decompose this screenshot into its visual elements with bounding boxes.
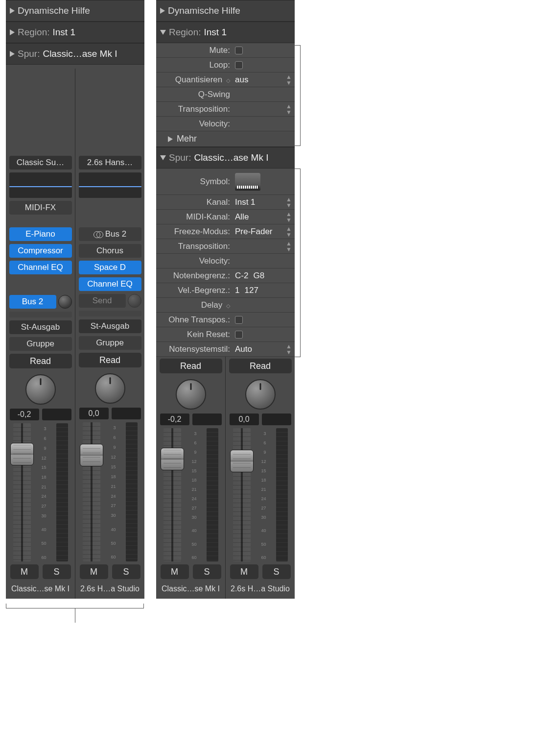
insert-slot[interactable]: Compressor xyxy=(9,244,72,258)
param-row-kanal[interactable]: Kanal: Inst 1 xyxy=(156,195,295,210)
help-header[interactable]: Dynamische Hilfe xyxy=(156,0,295,22)
region-header[interactable]: Region: Inst 1 xyxy=(6,22,144,43)
solo-button[interactable]: S xyxy=(112,564,140,579)
param-row-freeze[interactable]: Freeze-Modus: Pre-Fader xyxy=(156,224,295,239)
volume-fader[interactable] xyxy=(13,423,31,561)
volume-fader[interactable] xyxy=(233,428,251,561)
pan-knob[interactable] xyxy=(25,374,56,405)
piano-icon[interactable] xyxy=(235,173,260,191)
param-row-delay[interactable]: Delay ◇ xyxy=(156,298,295,313)
fader-cap[interactable] xyxy=(230,450,254,472)
solo-button[interactable]: S xyxy=(262,564,291,579)
solo-button[interactable]: S xyxy=(193,564,221,579)
stepper-icon[interactable] xyxy=(286,226,292,238)
peak-readout[interactable] xyxy=(192,413,222,425)
checkbox[interactable] xyxy=(235,316,243,324)
output-slot[interactable]: St-Ausgab xyxy=(9,320,72,334)
param-row-vel-limit[interactable]: Vel.-Begrenz.: 1 127 xyxy=(156,283,295,298)
pan-knob[interactable] xyxy=(176,379,206,410)
peak-readout[interactable] xyxy=(112,408,141,419)
param-value-low[interactable]: 1 xyxy=(235,286,239,295)
track-header[interactable]: Spur: Classic…ase Mk I xyxy=(156,147,295,169)
help-header[interactable]: Dynamische Hilfe xyxy=(6,0,144,22)
param-value-high[interactable]: G8 xyxy=(253,271,264,281)
eq-thumbnail[interactable] xyxy=(9,172,72,198)
aux-input-slot[interactable]: Bus 2 xyxy=(79,227,141,241)
param-row-mute[interactable]: Mute: xyxy=(156,43,295,58)
gain-readout[interactable]: -0,2 xyxy=(160,413,189,425)
setting-slot[interactable]: 2.6s Hans… xyxy=(79,156,141,170)
param-row-velocity[interactable]: Velocity: xyxy=(156,254,295,268)
stepper-icon[interactable] xyxy=(286,103,292,115)
region-header[interactable]: Region: Inst 1 xyxy=(156,22,295,43)
fader-cap[interactable] xyxy=(10,443,34,465)
param-label: Ohne Transpos.: xyxy=(156,315,232,325)
help-label: Dynamische Hilfe xyxy=(18,5,90,16)
level-meter xyxy=(207,428,218,561)
track-header[interactable]: Spur: Classic…ase Mk I xyxy=(6,43,144,65)
send-level-knob[interactable] xyxy=(58,295,72,309)
fader-cap[interactable] xyxy=(80,444,103,466)
gain-readout[interactable]: 0,0 xyxy=(79,408,109,419)
automation-mode-button[interactable]: Read xyxy=(9,354,72,368)
gain-readout[interactable]: 0,0 xyxy=(230,413,259,425)
insert-slot[interactable]: Chorus xyxy=(79,244,141,258)
param-row-staff-style[interactable]: Notensystemstil: Auto xyxy=(156,342,295,357)
stepper-icon[interactable] xyxy=(286,343,292,355)
send-level-knob[interactable] xyxy=(128,294,141,308)
checkbox[interactable] xyxy=(235,47,243,54)
expand-icon xyxy=(10,8,15,14)
instrument-slot[interactable]: E-Piano xyxy=(9,227,72,241)
insert-slot[interactable]: Channel EQ xyxy=(79,277,141,291)
param-row-velocity[interactable]: Velocity: xyxy=(156,117,295,131)
volume-fader[interactable] xyxy=(163,428,181,561)
peak-readout[interactable] xyxy=(42,409,71,420)
volume-fader[interactable] xyxy=(83,422,100,561)
send-slot[interactable]: Bus 2 xyxy=(9,295,56,309)
send-empty[interactable] xyxy=(79,311,141,316)
pan-knob[interactable] xyxy=(245,379,276,410)
param-row-midi-kanal[interactable]: MIDI-Kanal: Alle xyxy=(156,210,295,224)
stepper-icon[interactable] xyxy=(286,211,292,223)
checkbox[interactable] xyxy=(235,331,243,339)
midifx-slot[interactable]: MIDI-FX xyxy=(9,201,72,215)
param-row-symbol[interactable]: Symbol: xyxy=(156,169,295,195)
automation-mode-button[interactable]: Read xyxy=(160,359,222,373)
param-row-no-reset[interactable]: Kein Reset: xyxy=(156,327,295,342)
param-row-transposition[interactable]: Transposition: xyxy=(156,239,295,254)
eq-thumbnail[interactable] xyxy=(79,172,141,198)
insert-slot[interactable]: Channel EQ xyxy=(9,261,72,274)
level-meter xyxy=(56,423,68,561)
send-slot[interactable]: Send xyxy=(79,294,126,308)
send-empty[interactable] xyxy=(9,312,72,317)
param-row-note-limit[interactable]: Notenbegrenz.: C-2 G8 xyxy=(156,268,295,283)
param-row-no-transpose[interactable]: Ohne Transpos.: xyxy=(156,313,295,327)
mute-button[interactable]: M xyxy=(80,564,108,579)
param-value-high[interactable]: 127 xyxy=(244,286,258,295)
param-row-loop[interactable]: Loop: xyxy=(156,58,295,73)
peak-readout[interactable] xyxy=(262,413,291,425)
automation-mode-button[interactable]: Read xyxy=(79,353,141,367)
insert-slot[interactable]: Space D xyxy=(79,261,141,274)
group-slot[interactable]: Gruppe xyxy=(9,337,72,351)
mute-button[interactable]: M xyxy=(161,564,189,579)
checkbox[interactable] xyxy=(235,61,243,69)
gain-readout[interactable]: -0,2 xyxy=(10,409,39,420)
param-row-qswing[interactable]: Q-Swing xyxy=(156,87,295,102)
param-row-more[interactable]: Mehr xyxy=(156,131,295,147)
fader-cap[interactable] xyxy=(161,448,184,470)
mute-button[interactable]: M xyxy=(230,564,258,579)
stepper-icon[interactable] xyxy=(286,74,292,86)
stepper-icon[interactable] xyxy=(286,196,292,208)
setting-slot[interactable]: Classic Su… xyxy=(9,156,72,170)
solo-button[interactable]: S xyxy=(43,564,71,579)
param-row-transposition[interactable]: Transposition: xyxy=(156,102,295,117)
output-slot[interactable]: St-Ausgab xyxy=(79,319,141,333)
mute-button[interactable]: M xyxy=(10,564,39,579)
stepper-icon[interactable] xyxy=(286,241,292,252)
group-slot[interactable]: Gruppe xyxy=(79,336,141,350)
automation-mode-button[interactable]: Read xyxy=(229,359,292,373)
param-value-low[interactable]: C-2 xyxy=(235,271,248,281)
param-row-quantize[interactable]: Quantisieren ◇ aus xyxy=(156,73,295,87)
pan-knob[interactable] xyxy=(95,373,125,404)
